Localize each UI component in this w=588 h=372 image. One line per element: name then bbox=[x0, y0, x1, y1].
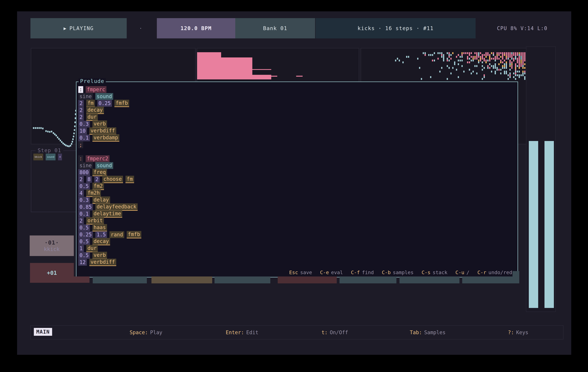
scatter-dot bbox=[447, 78, 448, 80]
scatter-dot bbox=[491, 52, 492, 54]
scatter-dot bbox=[478, 54, 479, 56]
step-cell[interactable] bbox=[399, 276, 460, 283]
code-token-param: verbdiff bbox=[89, 259, 116, 266]
scatter-dot bbox=[485, 52, 487, 54]
code-line: 0.5fm2 bbox=[78, 183, 516, 190]
scatter-dot bbox=[482, 65, 483, 67]
waveform-dot bbox=[74, 125, 75, 127]
code-token-param: fmfb bbox=[127, 231, 141, 238]
scatter-dot bbox=[469, 52, 470, 54]
waveform-dot bbox=[71, 143, 72, 145]
scatter-dot bbox=[517, 74, 518, 76]
scatter-dot bbox=[474, 65, 476, 67]
scatter-dot bbox=[447, 65, 448, 67]
waveform-dot bbox=[51, 131, 52, 132]
scatter-dot bbox=[480, 58, 481, 60]
track-info-segment[interactable]: kicks · 16 steps · #11 bbox=[315, 18, 476, 38]
scatter-dot bbox=[515, 56, 516, 58]
scatter-dot bbox=[458, 60, 459, 61]
code-token-num: 4 bbox=[58, 154, 62, 160]
scatter-dot bbox=[487, 54, 489, 56]
step-cell-current[interactable]: ·01· kkick bbox=[30, 235, 74, 256]
step-cell-notch bbox=[513, 271, 519, 276]
scatter-dot bbox=[509, 76, 511, 78]
scatter-dot bbox=[519, 65, 520, 67]
scatter-dot bbox=[495, 67, 496, 69]
scatter-dot bbox=[495, 60, 496, 61]
step-cell[interactable] bbox=[339, 276, 396, 283]
code-token-param: fm2h bbox=[86, 190, 101, 197]
scatter-dot bbox=[487, 60, 489, 61]
scatter-dot bbox=[515, 54, 516, 56]
step-cell[interactable] bbox=[278, 276, 337, 283]
scatter-dot bbox=[513, 52, 514, 54]
code-line: :fmperc bbox=[78, 86, 516, 93]
code-token-num: 0.1 bbox=[78, 135, 90, 141]
code-token-num: 800 bbox=[78, 169, 90, 176]
scatter-dot bbox=[522, 61, 524, 63]
scatter-dot bbox=[504, 67, 505, 69]
scatter-dot bbox=[511, 65, 513, 67]
scatter-dot bbox=[462, 54, 463, 56]
scatter-dot bbox=[430, 54, 431, 56]
step-chip-row: kkicksound4 bbox=[33, 154, 62, 160]
scatter-dot bbox=[449, 54, 450, 56]
step-cell-next[interactable]: +01 bbox=[30, 263, 74, 283]
scatter-dot bbox=[500, 52, 501, 54]
waveform-dot bbox=[74, 121, 76, 123]
step-cell[interactable] bbox=[151, 276, 212, 283]
scatter-dot bbox=[460, 60, 461, 61]
scatter-dot bbox=[522, 52, 524, 54]
scatter-dot bbox=[519, 54, 520, 56]
prelude-editor[interactable]: Prelude :fmpercsinesound2fm0.25fmfb2deca… bbox=[76, 81, 518, 277]
step-cell[interactable] bbox=[462, 276, 519, 283]
scatter-dot bbox=[509, 74, 511, 76]
scatter-dot bbox=[485, 56, 487, 58]
spectrum-bar bbox=[252, 76, 271, 80]
scatter-dot bbox=[521, 56, 522, 58]
code-token-param: freq bbox=[92, 169, 107, 176]
scatter-dot bbox=[493, 54, 494, 56]
transport-segment[interactable]: ▶ PLAYING bbox=[31, 18, 127, 38]
spectrum-bar bbox=[221, 57, 252, 80]
scatter-dot bbox=[513, 72, 514, 74]
bpm-segment[interactable]: 120.0 BPM bbox=[157, 18, 235, 38]
scatter-dot bbox=[524, 54, 525, 56]
play-icon: ▶ bbox=[63, 26, 67, 31]
code-token-num: 4 bbox=[78, 190, 84, 197]
scatter-dot bbox=[478, 56, 479, 58]
scatter-dot bbox=[469, 54, 470, 56]
scatter-dot bbox=[509, 63, 511, 65]
scatter-dot bbox=[495, 56, 496, 58]
scatter-dot bbox=[517, 71, 518, 72]
scatter-dot bbox=[485, 54, 487, 56]
scatter-dot bbox=[478, 60, 479, 61]
scatter-dot bbox=[524, 78, 525, 80]
step-cell[interactable] bbox=[93, 276, 147, 283]
scatter-dot bbox=[515, 69, 516, 71]
scatter-dot bbox=[521, 65, 522, 67]
scatter-dot bbox=[521, 60, 522, 61]
waveform-dot bbox=[40, 127, 42, 129]
code-area[interactable]: :fmpercsinesound2fm0.25fmfb2decay2dur0.3… bbox=[78, 86, 516, 266]
scatter-dot bbox=[469, 69, 470, 71]
bank-segment[interactable]: Bank 01 bbox=[235, 18, 315, 38]
scatter-dot bbox=[462, 60, 463, 61]
scatter-dot bbox=[449, 67, 450, 69]
scatter-dot bbox=[513, 54, 514, 56]
scatter-dot bbox=[474, 58, 476, 60]
code-line: 0.251.5randfmfb bbox=[78, 231, 516, 238]
scatter-dot bbox=[509, 56, 511, 58]
scatter-dot bbox=[509, 72, 511, 74]
scatter-dot bbox=[495, 71, 496, 72]
scatter-dot bbox=[511, 63, 513, 65]
step-cell[interactable] bbox=[214, 276, 270, 283]
scatter-dot bbox=[496, 58, 498, 60]
code-line: 0.3delay bbox=[78, 197, 516, 203]
scatter-dot bbox=[511, 56, 513, 58]
scatter-dot bbox=[483, 54, 485, 56]
scatter-dot bbox=[474, 56, 476, 58]
scatter-dot bbox=[428, 54, 430, 56]
code-line: 0.85delayfeedback bbox=[78, 203, 516, 211]
editor-hint: Escsave bbox=[289, 270, 312, 275]
